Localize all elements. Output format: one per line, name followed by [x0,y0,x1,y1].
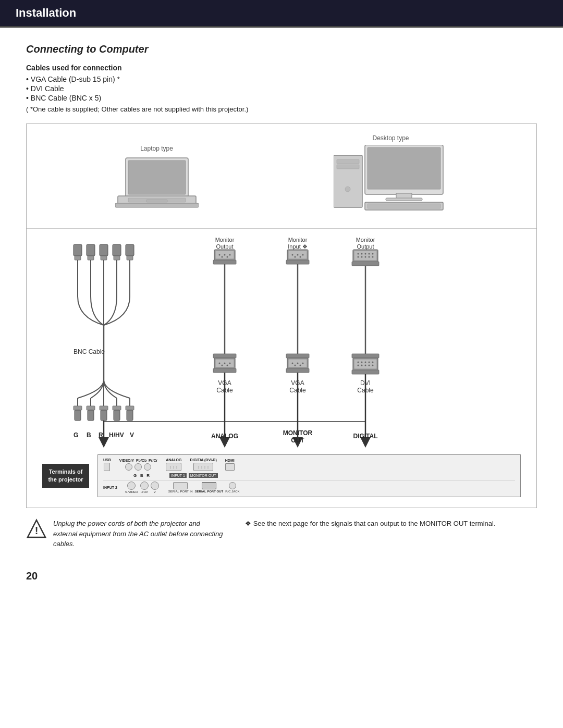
bnc-cable-label: BNC Cable [74,348,105,355]
svg-text:Output: Output [357,243,374,250]
svg-rect-12 [337,165,359,169]
svg-text:H/HV: H/HV [109,431,124,439]
svg-point-66 [227,256,228,258]
svg-rect-19 [87,244,95,256]
svg-text:Cable: Cable [357,387,374,394]
main-content: Connecting to Computer Cables used for c… [0,28,563,565]
svg-rect-20 [88,256,94,260]
svg-rect-50 [126,406,134,410]
svg-text:VGA: VGA [291,379,304,387]
header-title: Installation [16,6,76,19]
svg-text:B: B [87,431,91,439]
cables-diagram-svg: BNC Cable G B R H/HV V Monitor Output [42,234,532,453]
svg-point-62 [219,254,221,256]
svg-point-63 [224,254,226,256]
projector-section: Terminals of the projector USB VIDEO/Y P… [27,454,536,508]
svg-point-113 [365,253,366,255]
svg-rect-38 [74,406,82,410]
svg-point-116 [358,256,359,258]
svg-point-126 [358,362,359,363]
svg-point-73 [224,363,226,364]
svg-rect-121 [352,262,379,266]
svg-rect-51 [127,410,133,421]
cable-item-2: DVI Cable [26,84,537,93]
svg-rect-11 [337,159,359,164]
svg-point-111 [358,253,359,255]
page-header: Installation [0,0,563,28]
svg-rect-29 [127,256,133,260]
svg-point-90 [300,256,301,258]
svg-text:Input ❖: Input ❖ [288,243,308,250]
svg-text:V: V [130,431,134,439]
proj-row-1: USB VIDEO/Y Pb/Cb Pr/Cr ANALOG [103,458,515,471]
svg-text:Monitor: Monitor [288,237,308,243]
svg-text:Monitor: Monitor [215,237,235,243]
svg-point-119 [369,256,370,258]
cable-note: ( *One cable is supplied; Other cables a… [26,105,537,113]
cable-item-1: VGA Cable (D-sub 15 pin) * [26,75,537,83]
svg-point-115 [372,253,374,255]
svg-text:VGA: VGA [218,379,231,387]
svg-rect-23 [101,256,107,260]
svg-point-96 [292,363,293,364]
proj-row-labels: G B R INPUT 1 MONITOR OUT [103,473,515,478]
svg-rect-9 [386,198,422,201]
computers-area: Laptop type Desktop type [27,124,536,229]
svg-rect-48 [114,410,120,421]
svg-text:DIGITAL: DIGITAL [353,433,377,440]
svg-rect-110 [354,251,377,261]
page-number: 20 [26,570,38,582]
bnc-top-connectors [74,244,134,273]
svg-point-133 [365,365,366,366]
svg-rect-1 [128,161,186,194]
svg-point-100 [300,365,301,366]
warning-icon: ! [26,519,47,539]
svg-point-130 [372,362,374,363]
svg-rect-42 [88,410,94,421]
svg-rect-45 [101,410,107,421]
svg-point-13 [345,187,350,192]
cable-item-3: BNC Cable (BNC x 5) [26,94,537,102]
svg-point-98 [302,363,304,364]
svg-text:Monitor: Monitor [356,237,375,243]
svg-point-135 [372,365,374,366]
svg-point-131 [358,365,359,366]
svg-point-128 [365,362,366,363]
svg-rect-26 [114,256,120,260]
svg-rect-41 [87,406,95,410]
svg-rect-91 [286,260,309,264]
svg-point-65 [222,256,223,258]
svg-point-88 [302,254,304,256]
svg-rect-5 [115,203,199,207]
note-diamond: ❖ [245,520,253,527]
svg-rect-7 [368,147,440,189]
svg-text:OUT: OUT [291,437,304,444]
warning-section: ! Unplug the power cords of both the pro… [26,519,537,549]
svg-rect-47 [113,406,121,410]
svg-rect-44 [100,406,108,410]
svg-rect-69 [213,354,236,358]
svg-text:ANALOG: ANALOG [211,433,238,440]
note-box: ❖ See the next page for the signals that… [245,519,537,529]
terminals-label-line1: Terminals of [49,468,83,475]
svg-rect-17 [75,256,81,260]
svg-point-97 [297,363,299,364]
svg-text:!: ! [35,525,39,536]
svg-rect-28 [126,244,134,256]
svg-point-64 [229,254,231,256]
cables-header: Cables used for connection [26,64,537,72]
bnc-bottom-connectors [74,398,134,421]
laptop-icon [115,155,199,213]
svg-point-120 [372,256,374,258]
svg-text:MONITOR: MONITOR [283,429,313,437]
svg-rect-125 [354,359,377,369]
terminals-label-line2: the projector [48,476,83,483]
svg-point-112 [361,253,363,255]
warning-box: ! Unplug the power cords of both the pro… [26,519,224,549]
svg-rect-123 [352,354,379,358]
laptop-group: Laptop type [115,145,199,213]
svg-text:R: R [99,431,103,439]
page-number-area: 20 [0,565,563,593]
svg-rect-136 [352,370,379,374]
projector-board: USB VIDEO/Y Pb/Cb Pr/Cr ANALOG [97,454,521,497]
